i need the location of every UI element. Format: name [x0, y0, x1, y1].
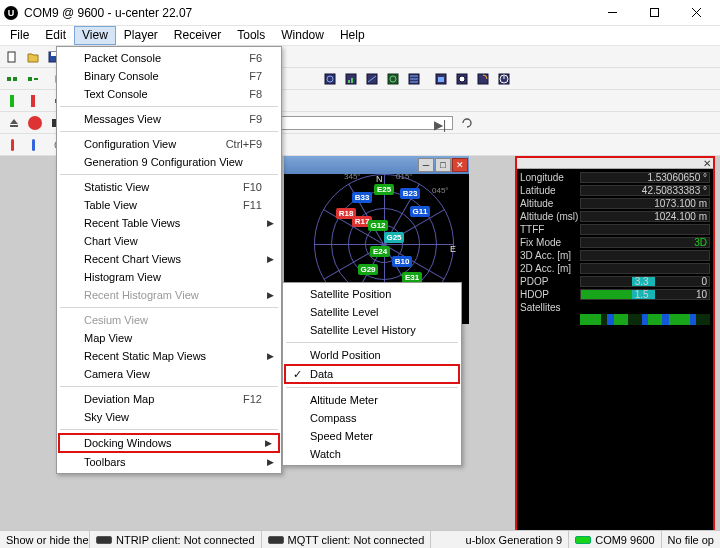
svg-rect-14: [13, 77, 17, 81]
submenu-arrow-icon: ▶: [267, 457, 274, 467]
dock-5-icon[interactable]: [404, 70, 424, 88]
docking-submenu-item[interactable]: Altitude Meter: [284, 391, 460, 409]
data-row: Altitude1073.100 m: [520, 197, 710, 210]
compass-n: N: [376, 174, 383, 184]
view-menu-item[interactable]: Generation 9 Configuration View: [58, 153, 280, 171]
view-menu-item: Recent Histogram View▶: [58, 286, 280, 304]
docking-submenu-item[interactable]: Satellite Level: [284, 303, 460, 321]
docking-submenu-item[interactable]: World Position: [284, 346, 460, 364]
data-row: Altitude (msl)1024.100 m: [520, 210, 710, 223]
view-menu-item[interactable]: Text ConsoleF8: [58, 85, 280, 103]
dock-6-icon[interactable]: [431, 70, 451, 88]
view-menu-item[interactable]: Statistic ViewF10: [58, 178, 280, 196]
baud-icon[interactable]: [23, 70, 43, 88]
dock-7-icon[interactable]: [452, 70, 472, 88]
docking-submenu-item[interactable]: Compass: [284, 409, 460, 427]
open-file-icon[interactable]: [23, 48, 43, 66]
docking-submenu-item[interactable]: Watch: [284, 445, 460, 463]
view-menu-item[interactable]: Toolbars▶: [58, 453, 280, 471]
menu-tools[interactable]: Tools: [229, 26, 273, 45]
view-menu-item[interactable]: Docking Windows▶: [58, 433, 280, 453]
sat-badge: B10: [392, 256, 412, 267]
view-menu-item[interactable]: Sky View: [58, 408, 280, 426]
titlebar: U COM9 @ 9600 - u-center 22.07: [0, 0, 720, 26]
skyview-titlebar[interactable]: ─ □ ✕: [284, 156, 469, 174]
menu-receiver[interactable]: Receiver: [166, 26, 229, 45]
svg-rect-44: [10, 125, 18, 127]
pin-red-icon[interactable]: [23, 92, 43, 110]
svg-rect-23: [351, 78, 353, 83]
dock-9-icon[interactable]: [494, 70, 514, 88]
new-file-icon[interactable]: [2, 48, 22, 66]
connect-icon[interactable]: [2, 70, 22, 88]
status-generation: u-blox Generation 9: [460, 531, 570, 549]
data-panel-close-icon[interactable]: ✕: [703, 158, 711, 169]
skyview-min-icon[interactable]: ─: [418, 158, 434, 172]
data-row: HDOP1.510: [520, 288, 710, 301]
status-ntrip: NTRIP client: Not connected: [90, 531, 262, 549]
dock-4-icon[interactable]: [383, 70, 403, 88]
minimize-button[interactable]: [598, 3, 626, 23]
dock-2-icon[interactable]: [341, 70, 361, 88]
deg-label: 015°: [396, 174, 413, 181]
view-menu-item[interactable]: Messages ViewF9: [58, 110, 280, 128]
skyview-close-icon[interactable]: ✕: [452, 158, 468, 172]
view-menu-item[interactable]: Deviation MapF12: [58, 390, 280, 408]
view-menu-item[interactable]: Configuration ViewCtrl+F9: [58, 135, 280, 153]
sat-badge: B23: [400, 188, 420, 199]
menu-player[interactable]: Player: [116, 26, 166, 45]
menu-window[interactable]: Window: [273, 26, 332, 45]
data-row: 3D Acc. [m]: [520, 249, 710, 262]
led-green-icon: [575, 536, 591, 544]
sat-badge: B33: [352, 192, 372, 203]
menu-help[interactable]: Help: [332, 26, 373, 45]
view-menu-item[interactable]: Recent Table Views▶: [58, 214, 280, 232]
submenu-arrow-icon: ▶: [267, 254, 274, 264]
pin-green-icon[interactable]: [2, 92, 22, 110]
menu-edit[interactable]: Edit: [37, 26, 74, 45]
dock-3-icon[interactable]: [362, 70, 382, 88]
eject-icon[interactable]: [4, 114, 24, 132]
satellites-bar: [580, 314, 710, 325]
view-menu-dropdown: Packet ConsoleF6Binary ConsoleF7Text Con…: [56, 46, 282, 474]
data-row: Satellites: [520, 301, 710, 314]
view-menu-item[interactable]: Recent Chart Views▶: [58, 250, 280, 268]
submenu-arrow-icon: ▶: [267, 290, 274, 300]
data-panel-header: ✕: [517, 158, 713, 169]
skyview-max-icon[interactable]: □: [435, 158, 451, 172]
docking-submenu-item[interactable]: Satellite Position: [284, 285, 460, 303]
docking-submenu-item[interactable]: Speed Meter: [284, 427, 460, 445]
dock-8-icon[interactable]: [473, 70, 493, 88]
view-menu-item[interactable]: Packet ConsoleF6: [58, 49, 280, 67]
view-menu-item[interactable]: Chart View: [58, 232, 280, 250]
svg-rect-22: [348, 80, 350, 83]
menu-file[interactable]: File: [2, 26, 37, 45]
thermo-red-icon[interactable]: [2, 136, 22, 154]
sat-badge: G25: [384, 232, 404, 243]
menu-view[interactable]: View: [74, 26, 116, 45]
view-menu-item[interactable]: Camera View: [58, 365, 280, 383]
status-mqtt: MQTT client: Not connected: [262, 531, 432, 549]
app-icon: U: [4, 6, 18, 20]
docking-submenu-item[interactable]: ✓Data: [284, 364, 460, 384]
thermo-blue-icon[interactable]: [23, 136, 43, 154]
view-menu-item[interactable]: Histogram View: [58, 268, 280, 286]
slider-end-icon: ▶|: [434, 118, 446, 132]
docking-submenu-item[interactable]: Satellite Level History: [284, 321, 460, 339]
led-off-icon: [96, 536, 112, 544]
view-menu-item[interactable]: Recent Static Map Views▶: [58, 347, 280, 365]
loop-icon[interactable]: [457, 114, 477, 132]
view-menu-item[interactable]: Binary ConsoleF7: [58, 67, 280, 85]
close-button[interactable]: [682, 3, 710, 23]
svg-point-35: [459, 76, 465, 82]
maximize-button[interactable]: [640, 3, 668, 23]
skyview-window: ─ □ ✕ N E 345° 015° 045° R18 B33 E25 B23…: [284, 156, 469, 166]
data-panel: ✕ Longitude1.53060650 °Latitude42.508333…: [515, 156, 715, 536]
submenu-arrow-icon: ▶: [265, 438, 272, 448]
submenu-arrow-icon: ▶: [267, 351, 274, 361]
record-icon[interactable]: [25, 114, 45, 132]
dock-1-icon[interactable]: [320, 70, 340, 88]
view-menu-item[interactable]: Table ViewF11: [58, 196, 280, 214]
view-menu-item[interactable]: Map View: [58, 329, 280, 347]
svg-rect-33: [438, 77, 444, 82]
